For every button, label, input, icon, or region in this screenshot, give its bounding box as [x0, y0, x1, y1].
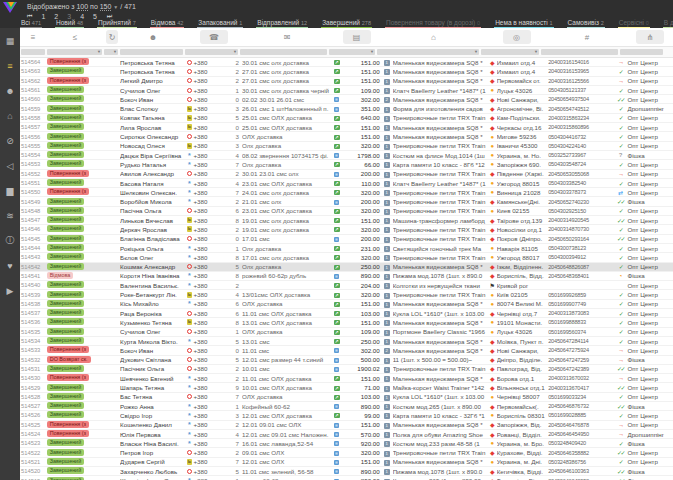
product-name[interactable]: Маленькая видеокамера SQ8 * [393, 124, 488, 131]
tracking-number[interactable]: 0501699907749 [548, 301, 613, 307]
client-phone[interactable]: +380 [193, 235, 227, 242]
table-row[interactable]: 514543ЗавершенийБєлов Олег*+380817.01 см… [20, 253, 673, 262]
product-name[interactable]: 11 (1шт. x 500.00 = 500.00)~ [393, 356, 488, 363]
table-row[interactable]: 514550Повернення (зШелковин Олексан.*+38… [20, 188, 673, 197]
order-comment[interactable]: 12.01 09.01 смс ОЛХ [242, 421, 331, 428]
client-name[interactable]: Влас Слотюу [120, 105, 185, 112]
order-comment[interactable]: ОЛХ доставка [242, 300, 331, 307]
client-phone[interactable]: +380 [193, 347, 227, 354]
client-name[interactable]: Авилов Александр [120, 170, 185, 177]
status-badge[interactable]: Завершений [47, 105, 104, 113]
table-row[interactable]: 514544ЗавершенийРокіцька Ольга*+3801Олх … [20, 244, 673, 253]
status-badge[interactable]: Завершений [47, 179, 104, 187]
product-name[interactable]: Маленькая видеокамера SQ8 * [393, 319, 488, 326]
product-name[interactable]: Клатч Baellerry Leather *1487* (1 [393, 87, 488, 94]
client-phone[interactable]: +380 [193, 468, 227, 475]
status-badge[interactable]: Завершений [47, 160, 104, 168]
tracking-number[interactable]: 20400313670032 [548, 375, 613, 381]
table-row[interactable]: 514530Повернення (зШевченко Евгений*+380… [20, 374, 673, 383]
status-badge[interactable]: Повернення (з [47, 374, 104, 382]
order-comment[interactable]: 30.01 смс олх доставка черній [242, 87, 331, 94]
order-comment[interactable]: 23.01 смс ОЛХ доставка [242, 207, 331, 214]
delivery-location[interactable]: 80074 Великі М. [497, 300, 549, 307]
order-comment[interactable]: ОЛХ доставка [242, 133, 331, 140]
megaphone-icon[interactable]: ◁ [0, 153, 20, 178]
info-icon[interactable]: ⓘ [0, 228, 20, 253]
client-name[interactable]: Ковпак Татьяна [120, 114, 185, 121]
tracking-number[interactable]: 20450654743512 [548, 106, 613, 112]
delivery-location[interactable]: Наварія 81105 [497, 245, 549, 252]
delivery-location[interactable]: Нові Санжари, [497, 96, 549, 103]
column-filter-input[interactable] [120, 49, 183, 55]
delivery-location[interactable]: Київ 02105 [497, 291, 549, 298]
product-name[interactable]: Костюм мод.233 разм.48-58 (1 [393, 440, 488, 447]
delivery-location[interactable]: Камянське(Дні. [497, 198, 549, 205]
delivery-location[interactable]: Луцьк 43026 [497, 328, 549, 335]
tracking-number[interactable]: 20450646100363 [548, 468, 613, 474]
order-comment[interactable]: 27.01 смс олх доставка [242, 68, 331, 75]
client-icon[interactable]: ☻ [146, 33, 160, 42]
order-comment[interactable]: 30.01 23.01 смс олх [242, 170, 331, 177]
delivery-location[interactable]: Измаил отд.4 [497, 59, 549, 66]
product-name[interactable]: Кукла LOL *1610* (1шт. x 103.00 [393, 393, 488, 400]
product-name[interactable]: Маленькая видеокамера SQ8 * [393, 263, 488, 270]
order-comment[interactable]: 11.01 смс ОЛХ доставка [242, 310, 331, 317]
tracking-number[interactable]: 20450654937504 [548, 96, 613, 102]
status-badge[interactable]: Завершений [47, 114, 104, 122]
order-comment[interactable]: рожевий 60-62р дубль [242, 272, 331, 279]
tracking-number[interactable]: 0504300394912 [548, 254, 613, 260]
client-phone[interactable]: +380 [193, 338, 227, 345]
status-badge[interactable]: Завершений [47, 467, 104, 475]
order-comment[interactable]: Олх доставка [242, 263, 331, 270]
table-row[interactable]: 514528ЗавершенийБас Тетяна+3807ОЛХ доста… [20, 393, 673, 402]
clients-icon[interactable]: ☻ [0, 78, 20, 103]
tracking-number[interactable]: 20450652740230 [548, 199, 613, 205]
status-badge[interactable]: Завершений [47, 328, 104, 336]
product-name[interactable]: Костюм мод.265 (1шт. x 890.00 [393, 403, 488, 410]
client-name[interactable]: Рожко Анна [120, 403, 185, 410]
tracking-number[interactable]: 0504303378373 [548, 189, 613, 195]
client-name[interactable]: Курта Микола Вікто. [120, 338, 185, 345]
tracking-number[interactable]: 0504303548724 [548, 161, 613, 167]
product-name[interactable]: Маленькая видеокамера SQ8 * [393, 68, 488, 75]
product-name[interactable]: Маленькая видеокамера SQ8 * [393, 347, 488, 354]
product-name[interactable]: Тренировочные петли TRX Train [393, 198, 488, 205]
tracking-number[interactable]: 20450646358882 [548, 450, 613, 456]
product-name[interactable]: Маленькая видеокамера SQ8 * [393, 421, 488, 428]
status-badge[interactable]: Завершений [47, 263, 104, 271]
client-phone[interactable]: +380 [193, 365, 227, 372]
app-logo-icon[interactable] [3, 1, 18, 15]
product-name[interactable]: Карта памяти 10 класс - 8Гб *12 [393, 161, 488, 168]
table-row[interactable]: 514541ВідмоваКоротя Ніна Іванівна*+3808р… [20, 272, 673, 281]
table-row[interactable]: 514524Повернення (зЮлія Первова*+380412.… [20, 430, 673, 439]
status-badge[interactable]: Завершений [47, 198, 104, 206]
client-name[interactable]: Петров Ігор [120, 449, 185, 456]
order-comment[interactable]: Олх доставка [242, 161, 331, 168]
delivery-location[interactable]: Іваничи 45300 [497, 142, 549, 149]
table-row[interactable]: 514545ЗавершенийБлагінна Владіслава+3800… [20, 235, 673, 244]
delivery-location[interactable]: Моївка, Пункт п. [497, 338, 549, 345]
table-row[interactable]: 514533Повернення (зБокоч Иван+380011.01 … [20, 346, 673, 355]
client-phone[interactable]: +380 [193, 87, 227, 94]
client-phone[interactable]: +380 [193, 282, 227, 289]
client-phone[interactable]: +380 [193, 421, 227, 428]
order-comment[interactable]: Кофейный 60-62 [242, 403, 331, 410]
status-badge[interactable]: Завершений [47, 133, 104, 141]
status-badge[interactable]: Завершений [47, 337, 104, 345]
table-row[interactable]: 514549ЗавершенийВоробйов Микола*+380221.… [20, 197, 673, 206]
delivery-location[interactable]: Мигове 59236 [497, 133, 549, 140]
client-name[interactable]: Юлія Первова [120, 431, 185, 438]
order-comment[interactable]: 24.01 смс олх доставка [242, 189, 331, 196]
tracking-number[interactable]: 20400316153965 [548, 68, 613, 74]
order-comment[interactable]: 16.01 смс лаванда,52-54 [242, 440, 331, 447]
delivery-location[interactable]: Первомайск от. [497, 77, 549, 84]
client-phone[interactable]: +380 [193, 198, 227, 205]
order-comment[interactable]: 11.01 смс [242, 347, 331, 354]
order-comment[interactable]: 12.01 смс размер 44 т.синий [242, 356, 331, 363]
delivery-location[interactable]: Курахове, Відді. [497, 449, 549, 456]
delivery-location[interactable]: Агрономічне, Ві. [497, 105, 549, 112]
client-phone[interactable]: +380 [193, 291, 227, 298]
client-phone[interactable]: +380 [193, 449, 227, 456]
tracking-number[interactable]: 0504304416732 [548, 134, 613, 140]
settings-sliders-icon[interactable]: ≋ [0, 203, 20, 228]
